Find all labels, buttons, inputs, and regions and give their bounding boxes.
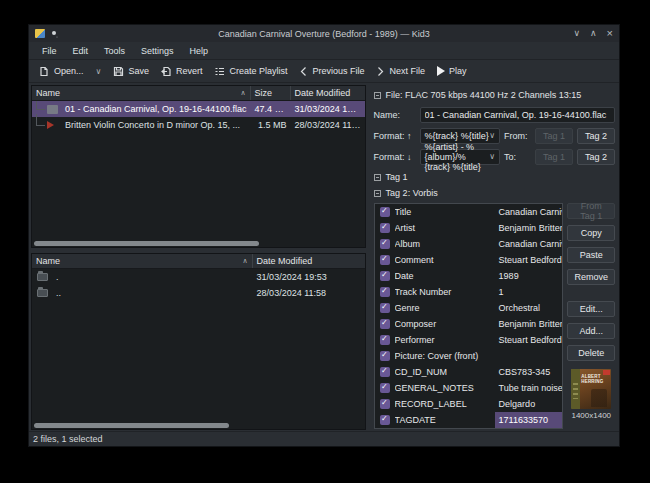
album-art-title: ALBERT HERRING <box>581 374 610 384</box>
checkbox-checked[interactable] <box>380 319 390 329</box>
tag-row-title[interactable]: Title Canadian Carnival, Op. 19 <box>375 204 563 220</box>
tag2-section-header[interactable]: Tag 2: Vorbis <box>374 186 615 200</box>
play-button[interactable]: Play <box>432 64 472 78</box>
menu-settings[interactable]: Settings <box>134 44 181 58</box>
to-tag2-button[interactable]: Tag 2 <box>577 149 615 165</box>
chevron-down-icon <box>489 152 495 161</box>
paste-button[interactable]: Paste <box>567 247 615 263</box>
from-label: From: <box>504 131 531 141</box>
file-list-column-name[interactable]: Name <box>32 86 251 100</box>
playlist-icon <box>214 66 225 77</box>
tag-row-general-notes[interactable]: GENERAL_NOTES Tube train noise in the Ad… <box>375 380 563 396</box>
checkbox-checked[interactable] <box>380 223 390 233</box>
titlebar[interactable]: Canadian Carnival Overture (Bedford - 19… <box>29 25 619 42</box>
checkbox-checked[interactable] <box>380 335 390 345</box>
format-down-combobox[interactable]: %{artist} - %{album}/%{track} %{title} <box>420 149 500 165</box>
tag-row-track-number[interactable]: Track Number 1 <box>375 284 563 300</box>
toolbar: Open... Save Revert Create Playlist Prev… <box>29 60 619 83</box>
kid3-app-icon <box>35 29 45 38</box>
chevron-left-icon <box>299 66 308 77</box>
checkbox-checked[interactable] <box>380 255 390 265</box>
checkbox-checked[interactable] <box>380 351 390 361</box>
album-art-thumbnail[interactable]: ALBERT HERRING <box>571 369 611 409</box>
revert-button[interactable]: Revert <box>156 64 208 79</box>
menu-tools[interactable]: Tools <box>97 44 132 58</box>
name-label: Name: <box>374 110 416 120</box>
tag-row-cd-id-num[interactable]: CD_ID_NUM CBS783-345 <box>375 364 563 380</box>
scrollbar-thumb[interactable] <box>34 423 229 428</box>
pin-icon <box>51 30 59 38</box>
checkbox-checked[interactable] <box>380 207 390 217</box>
checkbox-checked[interactable] <box>380 239 390 249</box>
tag-row-tagdate[interactable]: TAGDATE 1711633570 <box>375 412 563 428</box>
chevron-right-icon <box>376 66 385 77</box>
file-section-header[interactable]: File: FLAC 705 kbps 44100 Hz 2 Channels … <box>374 88 615 102</box>
format-from-filename-row: Format: ↑ %{track} %{title} From: Tag 1 … <box>374 127 615 144</box>
tag-row-picture[interactable]: Picture: Cover (front) <box>375 348 563 364</box>
play-icon <box>437 66 445 76</box>
from-tag2-button[interactable]: Tag 2 <box>577 128 615 144</box>
remove-button[interactable]: Remove <box>567 269 615 285</box>
next-file-button[interactable]: Next File <box>371 64 430 79</box>
tag-row-performer[interactable]: Performer Steuart Bedford <box>375 332 563 348</box>
tag1-section-header[interactable]: Tag 1 <box>374 170 615 184</box>
tag-row-genre[interactable]: Genre Orchestral <box>375 300 563 316</box>
to-tag1-button: Tag 1 <box>535 149 573 165</box>
scrollbar-thumb[interactable] <box>34 241 259 246</box>
edit-button[interactable]: Edit... <box>567 301 615 317</box>
menu-edit[interactable]: Edit <box>66 44 96 58</box>
tag-actions-column: From Tag 1 Copy Paste Remove Edit... Add… <box>567 203 615 429</box>
checkbox-checked[interactable] <box>380 271 390 281</box>
delete-button[interactable]: Delete <box>567 345 615 361</box>
add-button[interactable]: Add... <box>567 323 615 339</box>
checkbox-checked[interactable] <box>380 415 390 425</box>
revert-icon <box>161 66 172 77</box>
menubar: File Edit Tools Settings Help <box>29 42 619 60</box>
maximize-button[interactable] <box>590 26 597 42</box>
tag-row-record-label[interactable]: RECORD_LABEL Delgardo <box>375 396 563 412</box>
folder-list-hscrollbar[interactable] <box>32 422 365 429</box>
tag-row-album[interactable]: Album Canadian Carnival Overture (Bedfor… <box>375 236 563 252</box>
collapse-icon[interactable] <box>374 174 381 181</box>
format-to-filename-row: Format: ↓ %{artist} - %{album}/%{track} … <box>374 148 615 165</box>
save-icon <box>113 66 124 77</box>
folder-icon <box>37 273 48 281</box>
minimize-button[interactable] <box>573 26 580 42</box>
tag-row-composer[interactable]: Composer Benjamin Britten <box>375 316 563 332</box>
checkbox-checked[interactable] <box>380 383 390 393</box>
file-row[interactable]: Britten Violin Concerto in D minor Op. 1… <box>32 117 365 133</box>
file-list-column-size[interactable]: Size <box>251 86 291 100</box>
tag-row-artist[interactable]: Artist Benjamin Britten <box>375 220 563 236</box>
folder-row[interactable]: . 31/03/2024 19:53 <box>32 269 365 285</box>
collapse-icon[interactable] <box>374 92 381 99</box>
open-dropdown-button[interactable] <box>91 65 107 78</box>
close-button[interactable] <box>607 26 613 42</box>
file-list-column-date[interactable]: Date Modified <box>291 86 365 100</box>
menu-file[interactable]: File <box>35 44 64 58</box>
collapse-icon[interactable] <box>374 190 381 197</box>
folder-list-column-name[interactable]: Name <box>32 254 253 268</box>
checkbox-checked[interactable] <box>380 287 390 297</box>
checkbox-checked[interactable] <box>380 399 390 409</box>
previous-file-button[interactable]: Previous File <box>294 64 369 79</box>
folder-list: Name Date Modified . 31/03/2024 19:53 ..… <box>31 253 366 430</box>
file-list-hscrollbar[interactable] <box>32 240 365 247</box>
checkbox-checked[interactable] <box>380 367 390 377</box>
filename-input[interactable] <box>420 107 615 123</box>
tag-panel: File: FLAC 705 kbps 44100 Hz 2 Channels … <box>370 83 619 431</box>
create-playlist-button[interactable]: Create Playlist <box>209 64 292 79</box>
main-area: Name Size Date Modified 01 - Canadian Ca… <box>29 83 619 431</box>
copy-button[interactable]: Copy <box>567 225 615 241</box>
folder-list-header: Name Date Modified <box>32 254 365 269</box>
menu-help[interactable]: Help <box>183 44 216 58</box>
save-button[interactable]: Save <box>108 64 154 79</box>
format-down-label: Format: ↓ <box>374 152 416 162</box>
tag-row-date[interactable]: Date 1989 <box>375 268 563 284</box>
open-button[interactable]: Open... <box>34 64 89 79</box>
folder-row[interactable]: .. 28/03/2024 11:58 <box>32 285 365 301</box>
tag-row-comment[interactable]: Comment Steuart Bedford, English Chamber… <box>375 252 563 268</box>
folder-list-column-date[interactable]: Date Modified <box>253 254 365 268</box>
checkbox-checked[interactable] <box>380 303 390 313</box>
kid3-window: Canadian Carnival Overture (Bedford - 19… <box>28 24 620 447</box>
file-row[interactable]: 01 - Canadian Carnival, Op. 19-16-44100.… <box>32 101 365 117</box>
